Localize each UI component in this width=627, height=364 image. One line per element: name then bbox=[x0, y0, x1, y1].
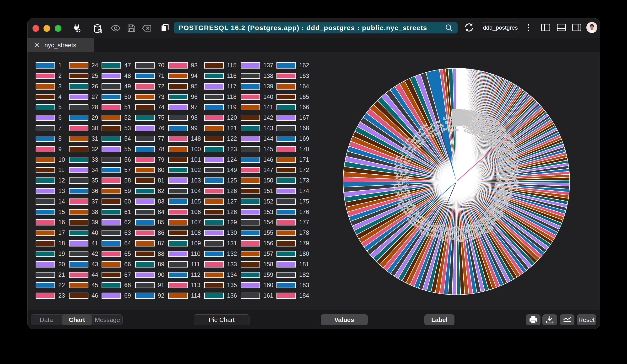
svg-text:0.43%: 0.43% bbox=[515, 180, 519, 190]
svg-text:0.63%: 0.63% bbox=[449, 128, 458, 132]
svg-text:0.38%: 0.38% bbox=[447, 124, 457, 128]
svg-text:0.53%: 0.53% bbox=[451, 118, 460, 122]
svg-text:0.73%: 0.73% bbox=[395, 173, 399, 183]
